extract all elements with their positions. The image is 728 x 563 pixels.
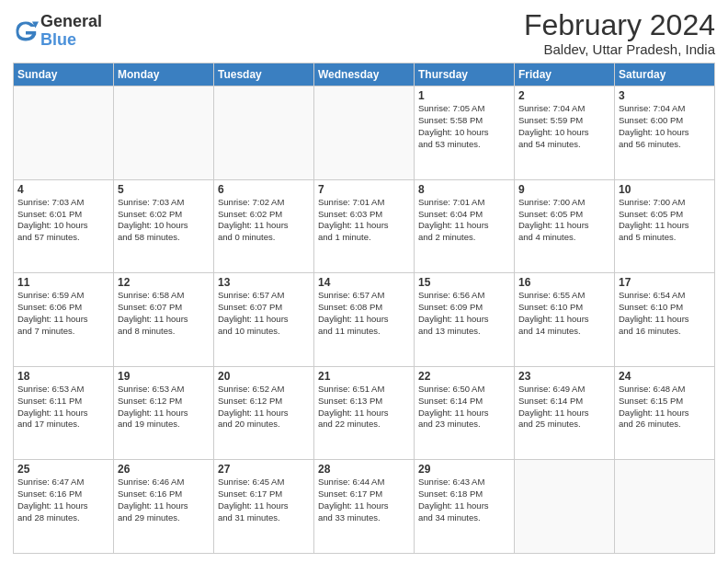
table-row: 3Sunrise: 7:04 AM Sunset: 6:00 PM Daylig… [615,86,715,180]
day-number: 27 [218,463,310,476]
calendar-week-row: 25Sunrise: 6:47 AM Sunset: 6:16 PM Dayli… [14,460,715,554]
day-number: 11 [17,276,109,289]
table-row: 4Sunrise: 7:03 AM Sunset: 6:01 PM Daylig… [14,179,114,273]
day-info: Sunrise: 6:58 AM Sunset: 6:07 PM Dayligh… [118,290,210,337]
day-number: 19 [118,370,210,383]
table-row: 7Sunrise: 7:01 AM Sunset: 6:03 PM Daylig… [314,179,415,273]
day-info: Sunrise: 6:47 AM Sunset: 6:16 PM Dayligh… [17,477,109,523]
day-number: 22 [418,370,510,383]
day-number: 28 [318,463,410,476]
day-number: 23 [518,370,610,383]
calendar-week-row: 1Sunrise: 7:05 AM Sunset: 5:58 PM Daylig… [14,86,715,180]
table-row: 29Sunrise: 6:43 AM Sunset: 6:18 PM Dayli… [415,460,515,554]
day-info: Sunrise: 6:56 AM Sunset: 6:09 PM Dayligh… [418,290,510,337]
day-number: 24 [619,370,711,383]
table-row: 18Sunrise: 6:53 AM Sunset: 6:11 PM Dayli… [14,366,114,460]
day-number: 6 [218,183,310,196]
col-tuesday: Tuesday [214,63,314,86]
day-info: Sunrise: 7:03 AM Sunset: 6:01 PM Dayligh… [17,197,109,244]
col-friday: Friday [515,63,615,86]
logo-icon [13,18,39,44]
day-info: Sunrise: 7:03 AM Sunset: 6:02 PM Dayligh… [118,197,210,244]
day-number: 21 [318,370,410,383]
table-row [515,460,615,554]
table-row: 25Sunrise: 6:47 AM Sunset: 6:16 PM Dayli… [14,460,114,554]
table-row: 14Sunrise: 6:57 AM Sunset: 6:08 PM Dayli… [314,273,415,367]
logo-blue-text: Blue [40,31,102,50]
day-number: 7 [318,183,410,196]
day-number: 25 [17,463,109,476]
day-info: Sunrise: 6:53 AM Sunset: 6:11 PM Dayligh… [17,384,109,431]
table-row [314,86,415,180]
table-row: 11Sunrise: 6:59 AM Sunset: 6:06 PM Dayli… [14,273,114,367]
day-number: 10 [619,183,711,196]
table-row: 15Sunrise: 6:56 AM Sunset: 6:09 PM Dayli… [415,273,515,367]
day-info: Sunrise: 7:01 AM Sunset: 6:04 PM Dayligh… [418,197,510,244]
logo-text: General Blue [40,13,102,50]
page: General Blue February 2024 Baldev, Uttar… [0,0,728,563]
day-info: Sunrise: 6:50 AM Sunset: 6:14 PM Dayligh… [418,384,510,431]
header: General Blue February 2024 Baldev, Uttar… [13,9,715,57]
table-row: 26Sunrise: 6:46 AM Sunset: 6:16 PM Dayli… [114,460,214,554]
table-row: 13Sunrise: 6:57 AM Sunset: 6:07 PM Dayli… [214,273,314,367]
day-info: Sunrise: 6:51 AM Sunset: 6:13 PM Dayligh… [318,384,410,431]
day-info: Sunrise: 7:04 AM Sunset: 5:59 PM Dayligh… [518,103,610,150]
table-row: 5Sunrise: 7:03 AM Sunset: 6:02 PM Daylig… [114,179,214,273]
calendar-header-row: Sunday Monday Tuesday Wednesday Thursday… [14,63,715,86]
day-info: Sunrise: 7:01 AM Sunset: 6:03 PM Dayligh… [318,197,410,244]
day-info: Sunrise: 6:55 AM Sunset: 6:10 PM Dayligh… [518,290,610,337]
day-info: Sunrise: 6:59 AM Sunset: 6:06 PM Dayligh… [17,290,109,337]
logo: General Blue [13,13,102,50]
col-thursday: Thursday [415,63,515,86]
day-number: 5 [118,183,210,196]
day-info: Sunrise: 7:04 AM Sunset: 6:00 PM Dayligh… [619,103,711,150]
day-number: 9 [518,183,610,196]
day-info: Sunrise: 7:00 AM Sunset: 6:05 PM Dayligh… [518,197,610,244]
logo-general-text: General [40,13,102,31]
table-row: 8Sunrise: 7:01 AM Sunset: 6:04 PM Daylig… [415,179,515,273]
table-row: 28Sunrise: 6:44 AM Sunset: 6:17 PM Dayli… [314,460,415,554]
table-row: 27Sunrise: 6:45 AM Sunset: 6:17 PM Dayli… [214,460,314,554]
day-number: 8 [418,183,510,196]
day-info: Sunrise: 6:57 AM Sunset: 6:07 PM Dayligh… [218,290,310,337]
day-number: 26 [118,463,210,476]
day-number: 17 [619,276,711,289]
day-info: Sunrise: 6:52 AM Sunset: 6:12 PM Dayligh… [218,384,310,431]
month-year-title: February 2024 [524,9,715,41]
day-info: Sunrise: 6:48 AM Sunset: 6:15 PM Dayligh… [619,384,711,431]
table-row: 19Sunrise: 6:53 AM Sunset: 6:12 PM Dayli… [114,366,214,460]
day-number: 12 [118,276,210,289]
table-row: 6Sunrise: 7:02 AM Sunset: 6:02 PM Daylig… [214,179,314,273]
day-info: Sunrise: 6:45 AM Sunset: 6:17 PM Dayligh… [218,477,310,523]
day-info: Sunrise: 7:02 AM Sunset: 6:02 PM Dayligh… [218,197,310,244]
table-row: 10Sunrise: 7:00 AM Sunset: 6:05 PM Dayli… [615,179,715,273]
title-area: February 2024 Baldev, Uttar Pradesh, Ind… [524,9,715,57]
day-info: Sunrise: 6:46 AM Sunset: 6:16 PM Dayligh… [118,477,210,523]
table-row: 17Sunrise: 6:54 AM Sunset: 6:10 PM Dayli… [615,273,715,367]
day-number: 14 [318,276,410,289]
day-number: 13 [218,276,310,289]
day-number: 15 [418,276,510,289]
col-wednesday: Wednesday [314,63,415,86]
col-monday: Monday [114,63,214,86]
calendar-table: Sunday Monday Tuesday Wednesday Thursday… [13,63,715,554]
calendar-week-row: 11Sunrise: 6:59 AM Sunset: 6:06 PM Dayli… [14,273,715,367]
table-row: 12Sunrise: 6:58 AM Sunset: 6:07 PM Dayli… [114,273,214,367]
day-info: Sunrise: 6:54 AM Sunset: 6:10 PM Dayligh… [619,290,711,337]
table-row [214,86,314,180]
table-row: 16Sunrise: 6:55 AM Sunset: 6:10 PM Dayli… [515,273,615,367]
col-saturday: Saturday [615,63,715,86]
day-info: Sunrise: 6:49 AM Sunset: 6:14 PM Dayligh… [518,384,610,431]
calendar-week-row: 18Sunrise: 6:53 AM Sunset: 6:11 PM Dayli… [14,366,715,460]
table-row: 21Sunrise: 6:51 AM Sunset: 6:13 PM Dayli… [314,366,415,460]
day-info: Sunrise: 6:44 AM Sunset: 6:17 PM Dayligh… [318,477,410,523]
day-number: 2 [518,89,610,102]
day-number: 3 [619,89,711,102]
day-info: Sunrise: 7:05 AM Sunset: 5:58 PM Dayligh… [418,103,510,150]
table-row [615,460,715,554]
table-row [14,86,114,180]
day-number: 29 [418,463,510,476]
day-number: 4 [17,183,109,196]
table-row: 23Sunrise: 6:49 AM Sunset: 6:14 PM Dayli… [515,366,615,460]
location-title: Baldev, Uttar Pradesh, India [524,41,715,57]
